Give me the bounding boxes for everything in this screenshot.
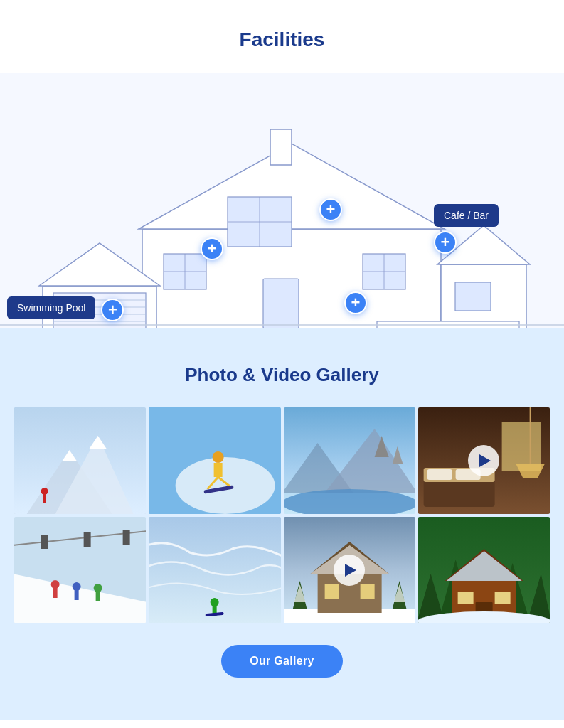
facilities-map: Cafe / Bar + Swimming Pool + Restaurant … <box>0 73 564 328</box>
swimming-pool-plus-icon[interactable]: + <box>101 299 124 321</box>
svg-rect-64 <box>41 535 48 549</box>
svg-rect-19 <box>455 282 491 311</box>
facilities-title: Facilities <box>0 28 564 51</box>
svg-rect-33 <box>43 494 46 503</box>
gallery-grid <box>14 407 550 623</box>
svg-rect-58 <box>53 588 58 598</box>
svg-rect-48 <box>501 422 541 471</box>
svg-point-57 <box>51 580 60 589</box>
gallery-item-7[interactable] <box>284 517 415 623</box>
cafe-bar-plus-icon[interactable]: + <box>434 231 457 254</box>
gallery-thumb-6 <box>149 517 280 623</box>
svg-point-35 <box>176 457 275 514</box>
facilities-section: Facilities <box>0 0 564 328</box>
gallery-item-4[interactable] <box>418 407 550 514</box>
gallery-thumb-5 <box>14 517 146 623</box>
gallery-item-5[interactable] <box>14 517 146 623</box>
gallery-section: Photo & Video Gallery <box>0 328 564 720</box>
pin-1-plus-icon[interactable]: + <box>319 198 342 221</box>
gallery-item-6[interactable] <box>149 517 280 623</box>
gallery-thumb-2 <box>149 407 280 514</box>
facility-pin-3[interactable]: + <box>344 291 367 314</box>
cafe-bar-tooltip: Cafe / Bar <box>434 204 499 227</box>
pin-3-plus-icon[interactable]: + <box>344 291 367 314</box>
gallery-thumb-4 <box>418 407 550 514</box>
gallery-thumb-3 <box>284 407 415 514</box>
svg-rect-66 <box>123 530 130 545</box>
play-button-4[interactable] <box>468 445 499 476</box>
svg-point-61 <box>94 584 102 592</box>
gallery-title: Photo & Video Gallery <box>14 364 550 386</box>
gallery-item-8[interactable] <box>418 517 550 623</box>
gallery-thumb-7 <box>284 517 415 623</box>
svg-rect-78 <box>360 584 374 599</box>
pin-2-plus-icon[interactable]: + <box>201 237 223 260</box>
play-button-7[interactable] <box>334 555 365 586</box>
gallery-button-wrapper: Our Gallery <box>14 645 550 678</box>
gallery-item-3[interactable] <box>284 407 415 514</box>
facility-pin-1[interactable]: + <box>319 198 342 221</box>
gallery-thumb-8 <box>418 517 550 623</box>
svg-rect-60 <box>75 590 79 600</box>
svg-point-59 <box>73 582 81 591</box>
svg-rect-65 <box>84 532 91 547</box>
svg-rect-51 <box>427 469 452 480</box>
swimming-pool-tooltip: Swimming Pool <box>7 296 95 319</box>
svg-rect-4 <box>270 129 292 165</box>
svg-rect-62 <box>96 592 100 601</box>
svg-rect-91 <box>457 592 473 604</box>
gallery-item-1[interactable] <box>14 407 146 514</box>
our-gallery-button[interactable]: Our Gallery <box>221 645 342 678</box>
svg-point-68 <box>211 598 219 606</box>
gallery-thumb-1 <box>14 407 146 514</box>
svg-rect-92 <box>494 592 510 604</box>
facility-pin-cafe-bar[interactable]: Cafe / Bar + <box>434 204 499 254</box>
svg-rect-9 <box>263 279 299 328</box>
svg-point-36 <box>213 451 224 463</box>
svg-rect-77 <box>324 584 339 599</box>
facility-pin-swimming-pool[interactable]: Swimming Pool + <box>7 296 124 323</box>
facility-pin-2[interactable]: + <box>201 237 223 260</box>
svg-point-32 <box>41 488 48 495</box>
gallery-item-2[interactable] <box>149 407 280 514</box>
svg-rect-37 <box>214 463 223 477</box>
